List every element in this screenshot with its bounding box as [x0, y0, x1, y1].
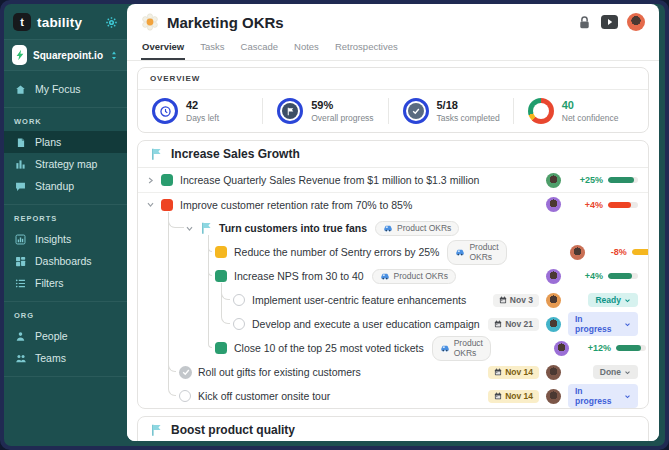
stat-text: 42Days left — [186, 99, 219, 123]
sidebar-item-strategy-map[interactable]: Strategy map — [4, 153, 127, 175]
progress-bar — [632, 249, 649, 255]
objective-status-square — [215, 270, 227, 282]
plan-tag-badge[interactable]: Product OKRs — [372, 269, 456, 284]
lock-icon[interactable] — [577, 15, 592, 30]
row-meta: +25% — [483, 173, 638, 188]
task-done-icon[interactable] — [179, 366, 192, 379]
status-dropdown[interactable]: In progress — [568, 312, 638, 336]
tab-tasks[interactable]: Tasks — [199, 38, 225, 60]
chevron-down-icon[interactable] — [146, 200, 155, 209]
stat-text: 40Net confidence — [562, 99, 619, 123]
task-row[interactable]: Develop and execute a user education cam… — [138, 312, 648, 336]
tag-label: Product OKRs — [394, 271, 448, 281]
tree-elbow — [221, 312, 230, 324]
section-header: Increase Sales Growth — [138, 141, 648, 168]
sidebar-item-teams[interactable]: Teams — [4, 347, 127, 369]
row-meta: Nov 3Ready — [483, 293, 638, 308]
okr-row[interactable]: Improve customer retention rate from 70%… — [138, 192, 648, 216]
status-dropdown[interactable]: In progress — [568, 384, 638, 408]
status-dropdown[interactable]: Done — [593, 365, 638, 379]
progress-delta: +12% — [588, 343, 611, 353]
sidebar-item-label: Dashboards — [35, 255, 92, 267]
tab-bar: OverviewTasksCascadeNotesRetrospectives — [127, 34, 659, 61]
row-tail: -8% — [592, 247, 649, 257]
progress-delta: +4% — [585, 271, 603, 281]
stat-label: Net confidence — [562, 113, 619, 123]
chevron-down-icon — [624, 393, 631, 400]
row-tail: +4% — [568, 200, 638, 210]
progress-delta: -8% — [611, 247, 627, 257]
assignee-avatar — [546, 389, 561, 404]
document-icon — [14, 137, 27, 148]
app-shell: t tability Squarepoint.io My Focus WORKP… — [4, 4, 665, 446]
app-window: t tability Squarepoint.io My Focus WORKP… — [0, 0, 669, 450]
flag-stat-icon — [277, 98, 303, 124]
tab-cascade[interactable]: Cascade — [240, 38, 280, 60]
sort-arrows-icon — [109, 50, 119, 61]
row-meta: +4% — [483, 197, 638, 212]
status-label: In progress — [575, 314, 621, 334]
chevron-down-icon — [624, 369, 631, 376]
sidebar-item-label: Standup — [35, 180, 74, 192]
sidebar-item-standup[interactable]: Standup — [4, 175, 127, 197]
header-actions — [577, 13, 645, 31]
section-header: Boost product quality — [138, 417, 648, 441]
chevron-down-icon[interactable] — [185, 224, 194, 233]
task-checkbox-icon[interactable] — [179, 390, 191, 402]
flag-icon — [200, 221, 213, 235]
assignee-avatar — [546, 317, 561, 332]
car-icon — [380, 272, 390, 280]
sidebar-item-label: Teams — [35, 352, 66, 364]
tability-logo-text: tability — [37, 15, 82, 30]
row-meta: Nov 14In progress — [483, 384, 638, 408]
check-stat-icon — [403, 98, 429, 124]
plan-tag-badge[interactable]: Product OKRs — [447, 240, 506, 265]
workspace-selector[interactable]: Squarepoint.io — [4, 39, 127, 71]
task-row[interactable]: Implement user-centric feature enhanceme… — [138, 288, 648, 312]
progress-bar — [608, 177, 638, 183]
tag-label: Product OKRs — [454, 338, 483, 358]
video-button-icon[interactable] — [601, 15, 618, 29]
objective-status-square — [161, 174, 173, 186]
task-checkbox-icon[interactable] — [233, 294, 245, 306]
sidebar-item-label: Filters — [35, 277, 64, 289]
main-panel: Marketing OKRs OverviewTasksCascadeNotes… — [127, 4, 659, 441]
flower-icon — [141, 13, 159, 31]
task-checkbox-icon[interactable] — [233, 318, 245, 330]
row-tail: In progress — [568, 384, 638, 408]
sidebar-item-people[interactable]: People — [4, 325, 127, 347]
okr-row[interactable]: Reduce the number of Sentry errors by 25… — [138, 240, 648, 264]
tab-notes[interactable]: Notes — [293, 38, 320, 60]
okr-row[interactable]: Increase Quarterly Sales Revenue from $1… — [138, 168, 648, 192]
page-header: Marketing OKRs — [127, 4, 659, 34]
tree-elbow — [168, 216, 184, 228]
task-row[interactable]: Kick off customer onsite tourNov 14In pr… — [138, 384, 648, 408]
row-title: Increase NPS from 30 to 40 — [234, 270, 364, 282]
tree-line — [168, 264, 169, 288]
user-avatar[interactable] — [627, 13, 645, 31]
sidebar-item-dashboards[interactable]: Dashboards — [4, 250, 127, 272]
okr-row[interactable]: Increase NPS from 30 to 40Product OKRs+4… — [138, 264, 648, 288]
task-row[interactable]: Roll out gifts for existing customersNov… — [138, 360, 648, 384]
section-title: Increase Sales Growth — [171, 147, 300, 161]
filter-icon — [14, 278, 27, 289]
gear-icon[interactable] — [105, 16, 118, 29]
sidebar-section: WORKPlansStrategy mapStandup — [4, 107, 127, 204]
progress-bar — [608, 273, 638, 279]
tab-overview[interactable]: Overview — [141, 38, 185, 60]
okr-row[interactable]: Turn customers into true fansProduct OKR… — [138, 216, 648, 240]
overview-card: OVERVIEW 42Days left59%Overall progress5… — [137, 67, 649, 133]
plan-tag-badge[interactable]: Product OKRs — [432, 336, 491, 361]
stat-label: Overall progress — [311, 113, 373, 123]
sidebar-item-filters[interactable]: Filters — [4, 272, 127, 294]
sidebar-item-insights[interactable]: Insights — [4, 228, 127, 250]
assignee-avatar — [546, 269, 561, 284]
status-dropdown[interactable]: Ready — [588, 293, 638, 307]
plan-tag-badge[interactable]: Product OKRs — [375, 221, 459, 236]
sidebar-nav: WORKPlansStrategy mapStandupREPORTSInsig… — [4, 107, 127, 376]
tab-retrospectives[interactable]: Retrospectives — [334, 38, 399, 60]
sidebar-item-plans[interactable]: Plans — [4, 131, 127, 153]
sidebar-item-my-focus[interactable]: My Focus — [4, 78, 127, 100]
chevron-right-icon[interactable] — [146, 176, 155, 185]
okr-row[interactable]: Close 10 of the top 25 most voted ticket… — [138, 336, 648, 360]
